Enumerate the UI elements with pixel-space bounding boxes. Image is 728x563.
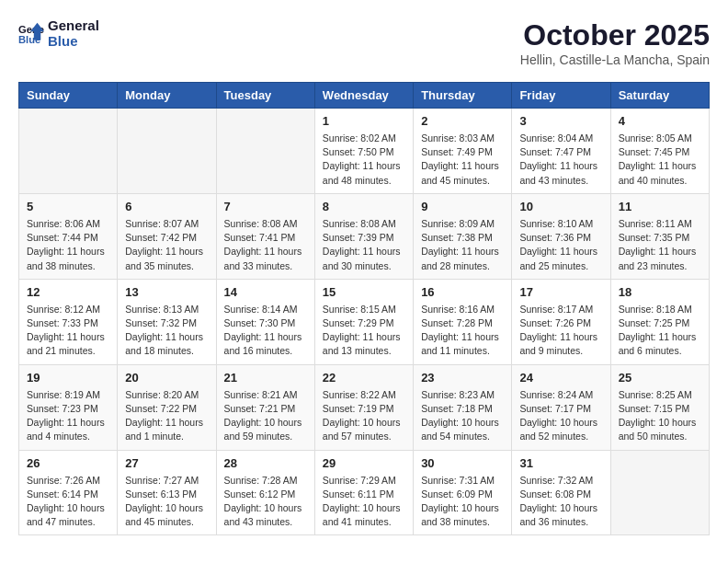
calendar-cell: 17Sunrise: 8:17 AM Sunset: 7:26 PM Dayli…: [512, 279, 610, 364]
title-section: October 2025 Hellin, Castille-La Mancha,…: [520, 18, 710, 67]
day-number: 12: [27, 285, 109, 299]
day-number: 28: [224, 456, 307, 470]
calendar-table: SundayMondayTuesdayWednesdayThursdayFrid…: [18, 82, 710, 535]
weekday-header-thursday: Thursday: [414, 83, 512, 109]
day-number: 21: [224, 371, 307, 385]
day-number: 24: [519, 371, 602, 385]
calendar-cell: 24Sunrise: 8:24 AM Sunset: 7:17 PM Dayli…: [512, 364, 610, 450]
day-number: 11: [619, 200, 701, 213]
day-info: Sunrise: 8:03 AM Sunset: 7:49 PM Dayligh…: [421, 132, 504, 188]
calendar-cell: [19, 109, 118, 194]
day-number: 17: [519, 285, 602, 299]
day-number: 31: [519, 456, 602, 470]
calendar-cell: 29Sunrise: 7:29 AM Sunset: 6:11 PM Dayli…: [314, 450, 413, 535]
calendar-cell: 28Sunrise: 7:28 AM Sunset: 6:12 PM Dayli…: [216, 450, 314, 535]
day-info: Sunrise: 7:28 AM Sunset: 6:12 PM Dayligh…: [224, 474, 307, 530]
day-info: Sunrise: 8:22 AM Sunset: 7:19 PM Dayligh…: [323, 388, 405, 444]
day-info: Sunrise: 8:17 AM Sunset: 7:26 PM Dayligh…: [519, 303, 602, 359]
calendar-week-0: 1Sunrise: 8:02 AM Sunset: 7:50 PM Daylig…: [19, 109, 710, 194]
day-number: 1: [323, 114, 405, 128]
day-number: 5: [27, 200, 109, 213]
logo-text-general: General: [48, 18, 99, 34]
logo-icon: General Blue: [18, 21, 44, 47]
day-number: 18: [619, 285, 701, 299]
day-number: 2: [421, 114, 504, 128]
calendar-cell: 2Sunrise: 8:03 AM Sunset: 7:49 PM Daylig…: [414, 109, 512, 194]
weekday-header-row: SundayMondayTuesdayWednesdayThursdayFrid…: [19, 83, 710, 109]
day-number: 26: [27, 456, 109, 470]
logo-text-blue: Blue: [48, 34, 99, 50]
day-number: 6: [125, 200, 208, 213]
day-info: Sunrise: 8:21 AM Sunset: 7:21 PM Dayligh…: [224, 388, 307, 444]
calendar-week-2: 12Sunrise: 8:12 AM Sunset: 7:33 PM Dayli…: [19, 279, 710, 364]
calendar-cell: 6Sunrise: 8:07 AM Sunset: 7:42 PM Daylig…: [118, 193, 216, 279]
day-info: Sunrise: 8:11 AM Sunset: 7:35 PM Dayligh…: [619, 217, 701, 273]
day-info: Sunrise: 8:10 AM Sunset: 7:36 PM Dayligh…: [519, 217, 602, 273]
day-number: 3: [519, 114, 602, 128]
calendar-cell: 5Sunrise: 8:06 AM Sunset: 7:44 PM Daylig…: [19, 193, 118, 279]
day-info: Sunrise: 7:27 AM Sunset: 6:13 PM Dayligh…: [125, 474, 208, 530]
calendar-cell: 26Sunrise: 7:26 AM Sunset: 6:14 PM Dayli…: [19, 450, 118, 535]
calendar-cell: [118, 109, 216, 194]
calendar-cell: 8Sunrise: 8:08 AM Sunset: 7:39 PM Daylig…: [314, 193, 413, 279]
calendar-cell: 11Sunrise: 8:11 AM Sunset: 7:35 PM Dayli…: [610, 193, 709, 279]
calendar-cell: 9Sunrise: 8:09 AM Sunset: 7:38 PM Daylig…: [414, 193, 512, 279]
calendar-cell: 16Sunrise: 8:16 AM Sunset: 7:28 PM Dayli…: [414, 279, 512, 364]
day-number: 7: [224, 200, 307, 213]
day-info: Sunrise: 8:06 AM Sunset: 7:44 PM Dayligh…: [27, 217, 109, 273]
day-info: Sunrise: 8:09 AM Sunset: 7:38 PM Dayligh…: [421, 217, 504, 273]
day-info: Sunrise: 8:13 AM Sunset: 7:32 PM Dayligh…: [125, 303, 208, 359]
day-number: 9: [421, 200, 504, 213]
day-number: 25: [619, 371, 701, 385]
day-info: Sunrise: 8:12 AM Sunset: 7:33 PM Dayligh…: [27, 303, 109, 359]
weekday-header-tuesday: Tuesday: [216, 83, 314, 109]
calendar-cell: 19Sunrise: 8:19 AM Sunset: 7:23 PM Dayli…: [19, 364, 118, 450]
calendar-cell: 25Sunrise: 8:25 AM Sunset: 7:15 PM Dayli…: [610, 364, 709, 450]
day-info: Sunrise: 8:23 AM Sunset: 7:18 PM Dayligh…: [421, 388, 504, 444]
page-container: General Blue General Blue October 2025 H…: [18, 18, 710, 535]
day-number: 15: [323, 285, 405, 299]
day-info: Sunrise: 8:05 AM Sunset: 7:45 PM Dayligh…: [619, 132, 701, 188]
day-info: Sunrise: 8:04 AM Sunset: 7:47 PM Dayligh…: [519, 132, 602, 188]
calendar-cell: 1Sunrise: 8:02 AM Sunset: 7:50 PM Daylig…: [314, 109, 413, 194]
calendar-cell: 21Sunrise: 8:21 AM Sunset: 7:21 PM Dayli…: [216, 364, 314, 450]
calendar-week-3: 19Sunrise: 8:19 AM Sunset: 7:23 PM Dayli…: [19, 364, 710, 450]
day-number: 16: [421, 285, 504, 299]
header: General Blue General Blue October 2025 H…: [18, 18, 710, 67]
day-number: 23: [421, 371, 504, 385]
day-number: 22: [323, 371, 405, 385]
day-info: Sunrise: 8:08 AM Sunset: 7:41 PM Dayligh…: [224, 217, 307, 273]
day-info: Sunrise: 8:08 AM Sunset: 7:39 PM Dayligh…: [323, 217, 405, 273]
calendar-cell: 30Sunrise: 7:31 AM Sunset: 6:09 PM Dayli…: [414, 450, 512, 535]
day-number: 27: [125, 456, 208, 470]
day-number: 14: [224, 285, 307, 299]
calendar-week-1: 5Sunrise: 8:06 AM Sunset: 7:44 PM Daylig…: [19, 193, 710, 279]
day-number: 20: [125, 371, 208, 385]
calendar-cell: 22Sunrise: 8:22 AM Sunset: 7:19 PM Dayli…: [314, 364, 413, 450]
day-info: Sunrise: 8:25 AM Sunset: 7:15 PM Dayligh…: [619, 388, 701, 444]
calendar-cell: [216, 109, 314, 194]
day-number: 13: [125, 285, 208, 299]
calendar-cell: 15Sunrise: 8:15 AM Sunset: 7:29 PM Dayli…: [314, 279, 413, 364]
weekday-header-saturday: Saturday: [610, 83, 709, 109]
day-number: 4: [619, 114, 701, 128]
day-info: Sunrise: 7:26 AM Sunset: 6:14 PM Dayligh…: [27, 474, 109, 530]
calendar-cell: 27Sunrise: 7:27 AM Sunset: 6:13 PM Dayli…: [118, 450, 216, 535]
logo: General Blue General Blue: [18, 18, 99, 49]
day-info: Sunrise: 8:15 AM Sunset: 7:29 PM Dayligh…: [323, 303, 405, 359]
weekday-header-sunday: Sunday: [19, 83, 118, 109]
calendar-week-4: 26Sunrise: 7:26 AM Sunset: 6:14 PM Dayli…: [19, 450, 710, 535]
day-info: Sunrise: 7:31 AM Sunset: 6:09 PM Dayligh…: [421, 474, 504, 530]
calendar-cell: 10Sunrise: 8:10 AM Sunset: 7:36 PM Dayli…: [512, 193, 610, 279]
day-info: Sunrise: 8:24 AM Sunset: 7:17 PM Dayligh…: [519, 388, 602, 444]
day-number: 19: [27, 371, 109, 385]
day-number: 29: [323, 456, 405, 470]
calendar-cell: 4Sunrise: 8:05 AM Sunset: 7:45 PM Daylig…: [610, 109, 709, 194]
calendar-cell: 20Sunrise: 8:20 AM Sunset: 7:22 PM Dayli…: [118, 364, 216, 450]
day-info: Sunrise: 8:20 AM Sunset: 7:22 PM Dayligh…: [125, 388, 208, 444]
day-info: Sunrise: 8:02 AM Sunset: 7:50 PM Dayligh…: [323, 132, 405, 188]
day-number: 10: [519, 200, 602, 213]
day-number: 8: [323, 200, 405, 213]
day-info: Sunrise: 8:07 AM Sunset: 7:42 PM Dayligh…: [125, 217, 208, 273]
calendar-cell: 31Sunrise: 7:32 AM Sunset: 6:08 PM Dayli…: [512, 450, 610, 535]
